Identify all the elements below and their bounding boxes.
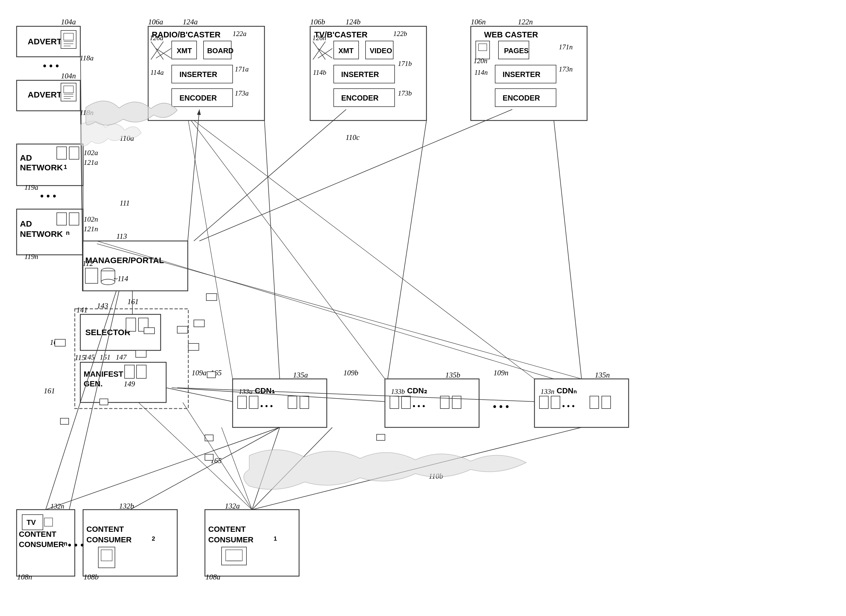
svg-rect-56 xyxy=(249,396,258,409)
dots-advert: • • • xyxy=(43,60,59,72)
adnetwork1-sub: 1 xyxy=(64,163,67,171)
ref-104a: 104a xyxy=(61,18,76,26)
ref-171n: 171n xyxy=(559,43,573,51)
adnetworkN-sub: n xyxy=(66,229,69,236)
diagram-svg: ADVERT 1 104a • • • ADVERT n 104n 118a 1… xyxy=(0,0,846,616)
ref-124a: 124a xyxy=(183,18,198,26)
ref-112: 112 xyxy=(82,259,93,268)
svg-rect-119 xyxy=(206,294,217,300)
content-consumer1-label2: CONSUMER xyxy=(208,535,253,544)
svg-rect-105 xyxy=(377,434,385,440)
ref-173a: 173a xyxy=(235,90,249,97)
svg-rect-13 xyxy=(57,213,66,225)
ref-120n: 120n xyxy=(473,57,488,65)
svg-text:ENCODER: ENCODER xyxy=(179,94,217,102)
svg-rect-104 xyxy=(207,372,216,378)
adnetwork1-label2: NETWORK xyxy=(20,163,63,172)
ref-114: ~114 xyxy=(113,275,128,283)
svg-rect-65 xyxy=(539,396,548,409)
svg-rect-14 xyxy=(69,213,79,225)
tv-label: TV xyxy=(26,518,36,526)
ref-108a: 108a xyxy=(206,573,220,581)
advert1-label: ADVERT xyxy=(28,37,62,46)
svg-rect-98 xyxy=(60,418,69,424)
svg-rect-116 xyxy=(177,326,188,333)
svg-rect-117 xyxy=(188,344,199,350)
ref-173n: 173n xyxy=(559,65,573,73)
content-consumer1-label1: CONTENT xyxy=(208,525,245,534)
svg-text:INSERTER: INSERTER xyxy=(502,71,540,79)
dots-consumer: • • • xyxy=(68,539,84,551)
svg-text:PAGES: PAGES xyxy=(504,47,529,55)
ref-143: 143 xyxy=(97,301,108,310)
ref-124b: 124b xyxy=(346,18,361,26)
content-consumer1-sub: 1 xyxy=(273,535,277,542)
ref-173b: 173b xyxy=(398,90,412,97)
ref-111: 111 xyxy=(120,199,130,207)
svg-text:VIDEO: VIDEO xyxy=(370,47,392,55)
ref-145: 145 xyxy=(84,353,95,361)
ref-122b: 122b xyxy=(393,30,407,37)
content-consumer2-label2: CONSUMER xyxy=(87,535,132,544)
cdn2-label: CDN₂ xyxy=(407,387,427,395)
svg-text:• • •: • • • xyxy=(260,401,273,410)
ref-135n: 135n xyxy=(595,371,610,379)
ref-126a: 126a xyxy=(150,34,163,41)
ref-122a: 122a xyxy=(233,30,247,37)
svg-point-18 xyxy=(101,279,115,285)
svg-rect-73 xyxy=(98,547,115,568)
ref-108b: 108b xyxy=(84,573,98,581)
svg-rect-58 xyxy=(288,396,297,409)
ref-113: 113 xyxy=(116,232,127,240)
ref-119n: 119n xyxy=(24,253,38,261)
ref-141: 141 xyxy=(76,306,88,314)
ref-106b: 106b xyxy=(310,18,325,26)
ref-106a: 106a xyxy=(148,18,163,26)
ref-110c: 110c xyxy=(346,133,360,141)
content-consumer2-sub: 2 xyxy=(152,535,155,542)
svg-text:• • •: • • • xyxy=(413,401,425,410)
svg-rect-19 xyxy=(126,318,136,331)
svg-text:BOARD: BOARD xyxy=(207,47,234,55)
ref-126n: 126n xyxy=(312,34,326,41)
svg-rect-100 xyxy=(136,350,146,357)
svg-rect-21 xyxy=(125,365,134,378)
svg-text:INSERTER: INSERTER xyxy=(179,71,217,79)
svg-text:XMT: XMT xyxy=(177,47,192,55)
ref-102a: 102a xyxy=(84,149,98,157)
ref-132a: 132a xyxy=(225,502,240,510)
ref-147: 147 xyxy=(116,353,127,361)
ref-106n: 106n xyxy=(471,18,486,26)
ref-161-1: 161 xyxy=(44,387,55,395)
ref-149: 149 xyxy=(124,380,135,388)
ref-114a: 114a xyxy=(150,69,164,76)
svg-rect-106 xyxy=(55,339,65,346)
ref-133n: 133n xyxy=(540,388,554,395)
ref-108n: 108n xyxy=(17,573,32,581)
ref-119a: 119a xyxy=(24,183,38,191)
ref-135a: 135a xyxy=(293,371,308,379)
adnetwork1-label1: AD xyxy=(20,153,32,162)
ref-171a: 171a xyxy=(235,65,249,73)
content-consumern-label2: CONSUMER xyxy=(19,540,64,549)
svg-rect-103 xyxy=(205,454,213,460)
svg-rect-66 xyxy=(551,396,560,409)
svg-rect-99 xyxy=(100,399,108,405)
content-consumer2-label1: CONTENT xyxy=(87,525,124,534)
svg-rect-59 xyxy=(300,396,309,409)
svg-rect-15 xyxy=(85,268,98,283)
ref-171b: 171b xyxy=(398,60,412,67)
ref-109b: 109b xyxy=(344,369,358,377)
adnetworkN-label2: NETWORK xyxy=(20,229,63,238)
dots-cdn: • • • xyxy=(493,401,509,412)
ref-133a: 133a xyxy=(239,388,253,395)
content-consumern-label1: CONTENT xyxy=(19,530,56,538)
svg-text:• • •: • • • xyxy=(562,401,574,410)
svg-rect-60 xyxy=(390,396,399,409)
advertN-label: ADVERT xyxy=(28,90,62,99)
selector-label: SELECTOR xyxy=(85,328,131,337)
ref-109a: 109a xyxy=(192,369,207,377)
ref-122n: 122n xyxy=(518,18,533,26)
web-caster-label: WEB CASTER xyxy=(484,30,538,39)
cdnN-label: CDNₙ xyxy=(557,387,577,395)
